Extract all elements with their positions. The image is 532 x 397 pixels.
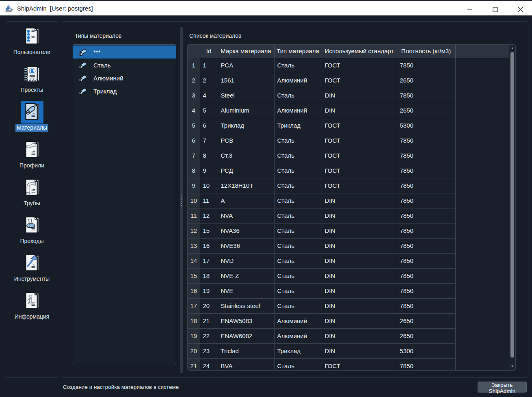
- table-cell[interactable]: ГОСТ: [322, 73, 397, 88]
- scroll-down-arrow-icon[interactable]: ▼: [509, 364, 515, 369]
- table-cell[interactable]: Сталь: [274, 238, 322, 253]
- row-number-cell[interactable]: 1: [188, 58, 200, 73]
- material-type-item[interactable]: Сталь: [73, 59, 176, 72]
- row-number-cell[interactable]: 6: [188, 133, 200, 148]
- row-number-cell[interactable]: 19: [188, 328, 200, 343]
- table-cell[interactable]: 1: [200, 58, 218, 73]
- row-number-cell[interactable]: 18: [188, 313, 200, 328]
- table-cell[interactable]: DIN: [322, 298, 397, 313]
- table-cell[interactable]: 8: [200, 148, 218, 163]
- table-cell[interactable]: Триклад: [274, 343, 322, 358]
- close-shipadmin-button[interactable]: Закрыть ShipAdmin: [478, 382, 527, 393]
- table-cell[interactable]: 4: [200, 88, 218, 103]
- table-cell[interactable]: Алюминий: [274, 328, 322, 343]
- table-cell[interactable]: Сталь: [274, 163, 322, 178]
- table-cell[interactable]: ГОСТ: [322, 163, 397, 178]
- table-cell[interactable]: 7850: [397, 193, 455, 208]
- table-cell[interactable]: ENAW5083: [218, 313, 274, 328]
- material-type-item[interactable]: Алюминий: [73, 72, 176, 85]
- table-cell[interactable]: Сталь: [274, 268, 322, 283]
- table-cell[interactable]: DIN: [322, 343, 397, 358]
- table-cell[interactable]: 15: [200, 223, 218, 238]
- sidebar-item-projects[interactable]: Проекты: [8, 63, 56, 101]
- table-cell[interactable]: 5: [200, 103, 218, 118]
- table-cell[interactable]: 12X18H10T: [218, 178, 274, 193]
- table-cell[interactable]: BVA: [218, 358, 274, 370]
- table-cell[interactable]: Steel: [218, 88, 274, 103]
- table-cell[interactable]: NVE: [218, 283, 274, 298]
- row-number-cell[interactable]: 17: [188, 298, 200, 313]
- table-cell[interactable]: Сталь: [274, 253, 322, 268]
- table-row[interactable]: 221561АлюминийГОСТ2650: [188, 73, 509, 88]
- table-cell[interactable]: DIN: [322, 328, 397, 343]
- table-row[interactable]: 1011AСтальDIN7850: [188, 193, 509, 208]
- table-row[interactable]: 89РСДСтальГОСТ7850: [188, 163, 509, 178]
- table-cell[interactable]: 2: [200, 73, 218, 88]
- table-row[interactable]: 78Ст.3СтальГОСТ7850: [188, 148, 509, 163]
- table-cell[interactable]: 12: [200, 208, 218, 223]
- table-cell[interactable]: Сталь: [274, 133, 322, 148]
- table-cell[interactable]: DIN: [322, 283, 397, 298]
- table-cell[interactable]: 7850: [397, 298, 455, 313]
- table-cell[interactable]: ГОСТ: [322, 358, 397, 370]
- table-cell[interactable]: DIN: [322, 103, 397, 118]
- column-header[interactable]: Марка материала: [218, 45, 274, 58]
- table-cell[interactable]: ГОСТ: [322, 58, 397, 73]
- table-cell[interactable]: 10: [200, 178, 218, 193]
- table-cell[interactable]: 2650: [397, 328, 455, 343]
- row-number-cell[interactable]: 4: [188, 103, 200, 118]
- sidebar-item-users[interactable]: Пользователи: [8, 25, 56, 63]
- table-cell[interactable]: 23: [200, 343, 218, 358]
- row-number-cell[interactable]: 14: [188, 253, 200, 268]
- table-cell[interactable]: 6: [200, 118, 218, 133]
- table-cell[interactable]: 7850: [397, 358, 455, 370]
- table-cell[interactable]: Triclad: [218, 343, 274, 358]
- row-number-cell[interactable]: 7: [188, 148, 200, 163]
- table-cell[interactable]: 7850: [397, 178, 455, 193]
- table-cell[interactable]: 7: [200, 133, 218, 148]
- table-cell[interactable]: 20: [200, 298, 218, 313]
- table-row[interactable]: 91012X18H10TСтальГОСТ7850: [188, 178, 509, 193]
- column-header[interactable]: Id: [200, 45, 218, 58]
- table-row[interactable]: 1720Stainless steelСтальDIN7850: [188, 298, 509, 313]
- table-cell[interactable]: 7850: [397, 58, 455, 73]
- row-number-cell[interactable]: 13: [188, 238, 200, 253]
- row-number-cell[interactable]: 20: [188, 343, 200, 358]
- row-number-cell[interactable]: 3: [188, 88, 200, 103]
- sidebar-item-information[interactable]: Информация: [8, 290, 56, 328]
- row-number-cell[interactable]: 12: [188, 223, 200, 238]
- table-cell[interactable]: РСД: [218, 163, 274, 178]
- table-cell[interactable]: Сталь: [274, 148, 322, 163]
- table-cell[interactable]: Алюминий: [274, 103, 322, 118]
- table-cell[interactable]: Алюминий: [274, 313, 322, 328]
- table-row[interactable]: 1215NVA36СтальDIN7850: [188, 223, 509, 238]
- table-cell[interactable]: DIN: [322, 238, 397, 253]
- row-number-cell[interactable]: 2: [188, 73, 200, 88]
- row-number-cell[interactable]: 8: [188, 163, 200, 178]
- table-row[interactable]: 1417NVDСтальDIN7850: [188, 253, 509, 268]
- table-cell[interactable]: Сталь: [274, 88, 322, 103]
- sidebar-item-pipes[interactable]: Трубы: [8, 176, 56, 214]
- table-row[interactable]: 34SteelСтальDIN7850: [188, 88, 509, 103]
- table-cell[interactable]: Сталь: [274, 178, 322, 193]
- table-cell[interactable]: Aluminium: [218, 103, 274, 118]
- table-cell[interactable]: Сталь: [274, 58, 322, 73]
- maximize-button[interactable]: [490, 4, 500, 15]
- table-cell[interactable]: 21: [200, 313, 218, 328]
- table-cell[interactable]: 7850: [397, 283, 455, 298]
- table-cell[interactable]: DIN: [322, 253, 397, 268]
- material-type-item[interactable]: ***: [73, 46, 176, 59]
- table-cell[interactable]: 7850: [397, 208, 455, 223]
- table-cell[interactable]: Сталь: [274, 193, 322, 208]
- sidebar-item-materials[interactable]: Материалы: [8, 101, 56, 139]
- close-window-button[interactable]: [515, 4, 526, 15]
- pane-splitter[interactable]: [180, 27, 183, 373]
- table-cell[interactable]: 18: [200, 268, 218, 283]
- table-cell[interactable]: ГОСТ: [322, 133, 397, 148]
- table-cell[interactable]: Сталь: [274, 208, 322, 223]
- scrollbar-thumb[interactable]: [510, 52, 514, 358]
- table-cell[interactable]: Сталь: [274, 358, 322, 370]
- table-cell[interactable]: 7850: [397, 88, 455, 103]
- table-row[interactable]: 56ТрикладТрикладГОСТ5300: [188, 118, 509, 133]
- table-cell[interactable]: Сталь: [274, 223, 322, 238]
